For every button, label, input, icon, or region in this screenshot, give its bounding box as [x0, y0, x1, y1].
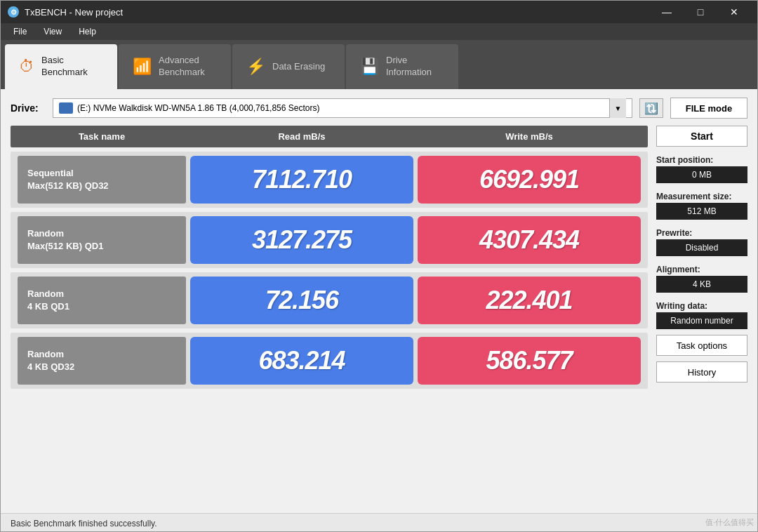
minimize-button[interactable]: — — [651, 1, 683, 23]
benchmark-table: Task name Read mB/s Write mB/s Sequentia… — [11, 126, 648, 505]
menu-bar: File View Help — [1, 23, 757, 40]
th-write: Write mB/s — [418, 131, 641, 142]
benchmark-area: Task name Read mB/s Write mB/s Sequentia… — [11, 126, 747, 505]
bench-name-0: SequentialMax(512 KB) QD32 — [18, 156, 186, 204]
tab-advanced-label: AdvancedBenchmark — [159, 55, 205, 79]
tab-advanced-benchmark[interactable]: 📶 AdvancedBenchmark — [119, 44, 231, 89]
status-bar: Basic Benchmark finished successfully. — [1, 513, 757, 532]
tab-basic-label: BasicBenchmark — [41, 55, 88, 79]
writing-data-group: Writing data: Random number — [656, 298, 747, 329]
main-content: Drive: (E:) NVMe Walkdisk WD-WN5A 1.86 T… — [1, 89, 757, 513]
alignment-value: 4 KB — [656, 276, 747, 293]
prewrite-value: Disabled — [656, 239, 747, 256]
bench-read-2: 72.156 — [190, 277, 413, 324]
bench-read-0: 7112.710 — [190, 156, 413, 204]
writing-data-label: Writing data: — [656, 301, 747, 311]
tab-drive-info-label: DriveInformation — [386, 55, 432, 79]
prewrite-group: Prewrite: Disabled — [656, 225, 747, 256]
table-header: Task name Read mB/s Write mB/s — [11, 126, 648, 147]
tab-erasing-label: Data Erasing — [272, 61, 325, 73]
start-button[interactable]: Start — [656, 126, 747, 147]
start-position-label: Start position: — [656, 155, 747, 165]
measurement-size-value: 512 MB — [656, 203, 747, 220]
prewrite-label: Prewrite: — [656, 228, 747, 238]
drive-info-icon: 💾 — [360, 58, 379, 76]
advanced-benchmark-icon: 📶 — [133, 58, 152, 76]
writing-data-value: Random number — [656, 312, 747, 329]
watermark: 值·什么值得买 — [705, 517, 754, 528]
close-button[interactable]: ✕ — [718, 1, 750, 23]
drive-icon — [59, 102, 73, 114]
tab-basic-benchmark[interactable]: ⏱ BasicBenchmark — [5, 44, 117, 89]
title-bar: ⚙ TxBENCH - New project — □ ✕ — [1, 1, 757, 23]
bench-name-2: Random4 KB QD1 — [18, 277, 186, 324]
data-erasing-icon: ⚡ — [246, 58, 265, 76]
bench-name-3: Random4 KB QD32 — [18, 337, 186, 385]
menu-help[interactable]: Help — [72, 25, 103, 38]
table-row: Random4 KB QD1 72.156 222.401 — [11, 272, 648, 328]
drive-label: Drive: — [11, 102, 46, 114]
right-panel: Start Start position: 0 MB Measurement s… — [656, 126, 747, 505]
maximize-button[interactable]: □ — [684, 1, 717, 23]
table-row: SequentialMax(512 KB) QD32 7112.710 6692… — [11, 152, 648, 208]
tab-data-erasing[interactable]: ⚡ Data Erasing — [232, 44, 345, 89]
alignment-group: Alignment: 4 KB — [656, 262, 747, 293]
file-mode-button[interactable]: FILE mode — [670, 98, 747, 119]
th-task-name: Task name — [18, 131, 186, 142]
bench-write-2: 222.401 — [418, 277, 641, 324]
bench-name-1: RandomMax(512 KB) QD1 — [18, 216, 186, 264]
title-bar-left: ⚙ TxBENCH - New project — [8, 6, 123, 18]
title-bar-controls: — □ ✕ — [651, 1, 750, 23]
bench-read-1: 3127.275 — [190, 216, 413, 264]
start-position-group: Start position: 0 MB — [656, 152, 747, 183]
drive-select-text: (E:) NVMe Walkdisk WD-WN5A 1.86 TB (4,00… — [59, 102, 609, 114]
bench-write-1: 4307.434 — [418, 216, 641, 264]
menu-view[interactable]: View — [36, 25, 69, 38]
measurement-size-label: Measurement size: — [656, 192, 747, 201]
bench-write-3: 586.577 — [418, 337, 641, 385]
drive-select[interactable]: (E:) NVMe Walkdisk WD-WN5A 1.86 TB (4,00… — [53, 98, 632, 118]
table-row: RandomMax(512 KB) QD1 3127.275 4307.434 — [11, 212, 648, 268]
task-options-button[interactable]: Task options — [656, 335, 747, 356]
app-icon: ⚙ — [8, 6, 19, 18]
drive-dropdown-arrow[interactable]: ▼ — [609, 98, 626, 118]
tab-bar: ⏱ BasicBenchmark 📶 AdvancedBenchmark ⚡ D… — [1, 40, 757, 89]
menu-file[interactable]: File — [6, 25, 34, 38]
drive-row: Drive: (E:) NVMe Walkdisk WD-WN5A 1.86 T… — [11, 98, 747, 119]
bench-read-3: 683.214 — [190, 337, 413, 385]
drive-refresh-button[interactable]: 🔃 — [639, 98, 663, 118]
drive-value: (E:) NVMe Walkdisk WD-WN5A 1.86 TB (4,00… — [77, 103, 319, 113]
tab-drive-information[interactable]: 💾 DriveInformation — [346, 44, 458, 89]
measurement-size-group: Measurement size: 512 MB — [656, 189, 747, 220]
alignment-label: Alignment: — [656, 265, 747, 274]
basic-benchmark-icon: ⏱ — [19, 58, 34, 76]
history-button[interactable]: History — [656, 361, 747, 383]
bench-write-0: 6692.991 — [418, 156, 641, 204]
app-title: TxBENCH - New project — [25, 7, 123, 18]
start-position-value: 0 MB — [656, 166, 747, 183]
th-read: Read mB/s — [190, 131, 413, 142]
status-text: Basic Benchmark finished successfully. — [11, 519, 157, 528]
table-row: Random4 KB QD32 683.214 586.577 — [11, 333, 648, 389]
